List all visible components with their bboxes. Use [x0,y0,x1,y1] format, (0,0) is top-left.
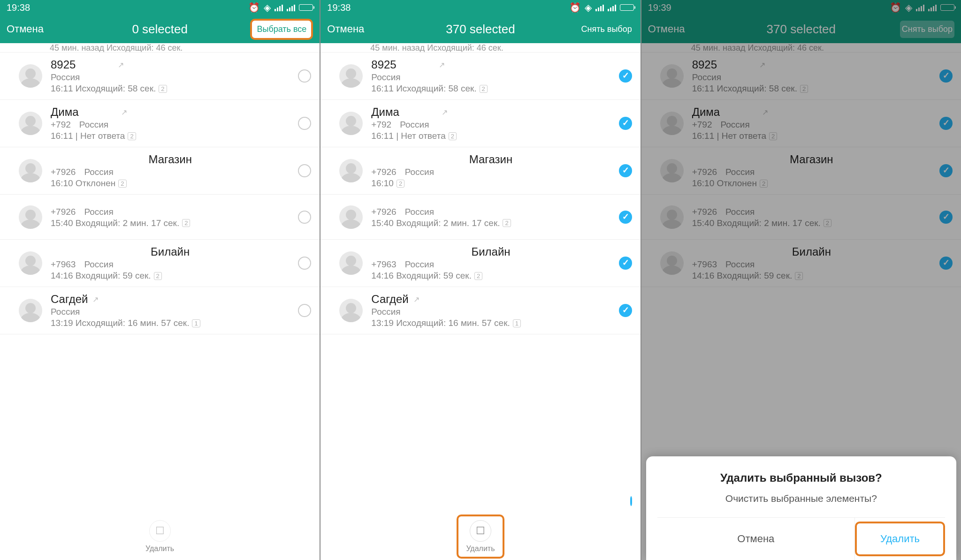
country: Россия [405,167,434,177]
entry-content: Билайн +7963Россия 14:16 Входящий: 59 се… [51,245,290,281]
checkbox[interactable] [619,304,632,317]
checkbox[interactable] [939,69,953,83]
call-entry[interactable]: Билайн +7963Россия 14:16 Входящий: 59 се… [320,240,640,287]
checkbox[interactable] [298,164,311,177]
call-entry[interactable]: +7926Россия 15:40 Входящий: 2 мин. 17 се… [0,195,320,240]
entry-detail: 16:11 | Нет ответа 2 [51,131,290,141]
avatar [19,299,42,322]
checkbox[interactable] [939,211,953,224]
call-entry[interactable]: Дима↗ +792Россия 16:11 | Нет ответа 2 [320,100,640,147]
battery-icon [299,4,313,11]
call-entry[interactable]: +7926Россия 15:40 Входящий: 2 мин. 17 се… [641,195,961,240]
checkbox[interactable] [939,257,953,270]
avatar [19,251,42,275]
checkbox[interactable] [298,117,311,130]
call-list[interactable]: 8925↗ Россия 16:11 Исходящий: 58 сек. 2 … [0,53,320,513]
phone-number: +7926 [371,167,396,177]
entry-sub: Россия [692,72,931,83]
call-info: 13:19 Исходящий: 16 мин. 57 сек. [51,318,189,328]
checkbox[interactable] [298,69,311,83]
call-entry[interactable]: Билайн +7963Россия 14:16 Входящий: 59 се… [641,240,961,287]
delete-label: Удалить [466,545,495,553]
deselect-all-button[interactable]: Снять выбор [580,21,634,38]
checkbox[interactable] [619,164,632,177]
call-entry[interactable]: 8925↗ Россия 16:11 Исходящий: 58 сек. 2 [0,53,320,100]
checkbox[interactable] [619,211,632,224]
country: Россия [725,207,755,217]
call-entry[interactable]: 8925↗ Россия 16:11 Исходящий: 58 сек. 2 [641,53,961,100]
count-badge: 2 [769,132,777,140]
call-info: 14:16 Входящий: 59 сек. [51,271,151,281]
checkbox[interactable] [298,257,311,270]
call-entry[interactable]: 8925↗ Россия 16:11 Исходящий: 58 сек. 2 [320,53,640,100]
call-entry[interactable]: Магазин +7926Россия 16:10 Отклонен 2 [0,147,320,195]
phone-number: +792 [692,120,712,130]
delete-dialog: Удалить выбранный вызов? Очистить выбран… [646,456,956,560]
cancel-button[interactable]: Отмена [327,23,364,35]
checkbox[interactable] [630,496,632,506]
call-entry[interactable]: Сагдей ↗ Россия 13:19 Исходящий: 16 мин.… [320,287,640,334]
clipped-entry: 45 мин. назад Исходящий: 46 сек. [320,43,640,53]
entry-sub: +792Россия [51,120,290,130]
call-entry[interactable]: Магазин +7926Россия 16:10 Отклонен 2 [641,147,961,195]
delete-button-wrap: ☐ Удалить [138,516,182,557]
avatar [339,64,363,88]
avatar [19,205,42,229]
call-entry[interactable]: Дима↗ +792Россия 16:11 | Нет ответа 2 [0,100,320,147]
entry-sub: Россия [371,72,610,83]
count-badge: 2 [154,272,162,280]
entry-content: 8925↗ Россия 16:11 Исходящий: 58 сек. 2 [692,58,931,94]
dialog-cancel-button[interactable]: Отмена [657,518,855,560]
call-entry[interactable]: Магазин +7926Россия 16:10 2 [320,147,640,195]
deselect-all-button[interactable]: Снять выбор [900,21,954,38]
checkbox[interactable] [619,69,632,83]
call-entry[interactable]: +7926Россия 15:40 Входящий: 2 мин. 17 се… [320,195,640,240]
delete-label: Удалить [145,545,174,553]
outgoing-arrow-icon: ↗ [121,108,127,117]
entry-sub: +7963Россия [51,259,290,270]
entry-content: +7926Россия 15:40 Входящий: 2 мин. 17 се… [51,206,290,228]
entry-detail: 16:11 | Нет ответа 2 [692,131,931,141]
alarm-icon: ⏰ [569,2,581,13]
call-entry[interactable]: Дима↗ +792Россия 16:11 | Нет ответа 2 [641,100,961,147]
entry-content: Сагдей ↗ Россия 13:19 Исходящий: 16 мин.… [51,293,290,328]
phone-screen-1: 19:38 ⏰ ◈ Отмена 0 selected Выбрать все … [0,0,320,560]
entry-detail: 16:10 2 [371,178,610,189]
country: Россия [720,120,749,130]
contact-name: Магазин [51,153,290,166]
checkbox[interactable] [298,304,311,317]
checkbox[interactable] [939,117,953,130]
phone-number: Россия [51,72,80,83]
entry-detail: 13:19 Исходящий: 16 мин. 57 сек. 1 [371,318,610,328]
call-entry[interactable]: Сагдей ↗ Россия 13:19 Исходящий: 16 мин.… [0,287,320,334]
count-badge: 2 [474,272,482,280]
checkbox[interactable] [619,117,632,130]
call-info: 14:16 Входящий: 59 сек. [371,271,472,281]
call-list[interactable]: 8925↗ Россия 16:11 Исходящий: 58 сек. 2 … [320,53,640,490]
entry-content: Дима↗ +792Россия 16:11 | Нет ответа 2 [692,106,931,141]
call-entry[interactable]: Билайн +7963Россия 14:16 Входящий: 59 се… [0,240,320,287]
status-icons: ⏰ ◈ [248,2,313,13]
count-badge: 2 [795,272,803,280]
select-all-button[interactable]: Выбрать все [250,19,313,40]
cancel-button[interactable]: Отмена [7,23,44,35]
dialog-confirm-button[interactable]: Удалить [871,526,929,552]
checkbox[interactable] [619,257,632,270]
selection-header: Отмена 0 selected Выбрать все [0,15,320,43]
entry-detail: 16:10 Отклонен 2 [692,178,931,189]
delete-button[interactable]: ☐ [470,520,491,542]
count-badge: 2 [480,85,488,93]
avatar [339,251,363,275]
entry-content: +7926Россия 15:40 Входящий: 2 мин. 17 се… [371,206,610,228]
contact-name: Сагдей ↗ [371,293,610,306]
entry-detail: 14:16 Входящий: 59 сек. 2 [692,271,931,281]
checkbox[interactable] [939,164,953,177]
entry-content: Билайн +7963Россия 14:16 Входящий: 59 се… [692,245,931,281]
outgoing-arrow-icon: ↗ [439,61,445,69]
status-time: 19:39 [648,2,671,13]
signal-icon [275,4,283,11]
entry-sub: +7963Россия [371,259,610,270]
cancel-button[interactable]: Отмена [648,23,685,35]
checkbox[interactable] [298,211,311,224]
status-bar: 19:38 ⏰ ◈ [320,0,640,15]
